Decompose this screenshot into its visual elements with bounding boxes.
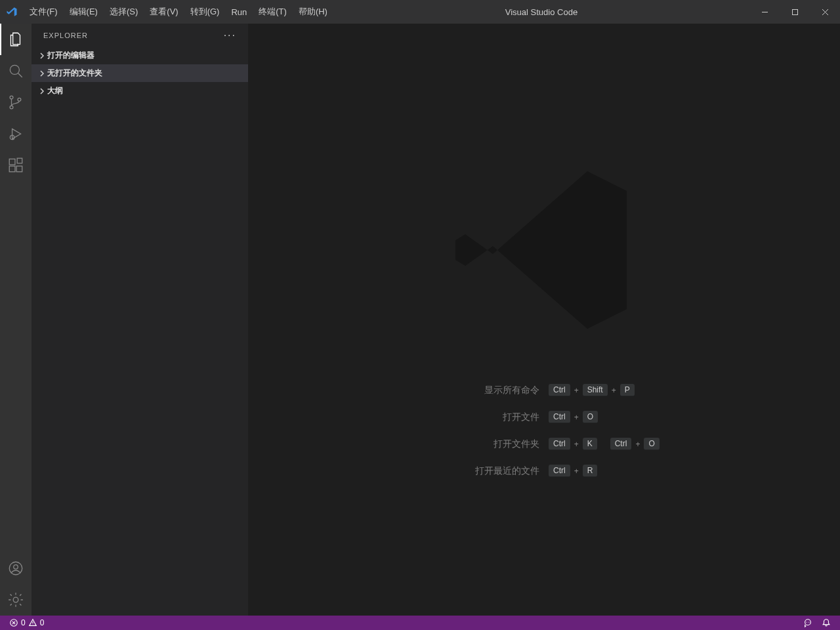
- maximize-button[interactable]: [780, 0, 810, 24]
- warning-count: 0: [40, 618, 45, 627]
- close-button[interactable]: [810, 0, 840, 24]
- shortcut-show-commands: 显示所有命令 Ctrl + Shift + P: [343, 384, 746, 396]
- svg-rect-13: [17, 158, 22, 163]
- sidebar-header: EXPLORER ···: [32, 24, 248, 47]
- feedback-icon: [803, 618, 812, 627]
- menu-select[interactable]: 选择(S): [104, 0, 144, 24]
- activity-settings[interactable]: [0, 584, 32, 616]
- files-icon: [7, 31, 24, 48]
- shortcut-open-recent: 打开最近的文件 Ctrl + R: [343, 465, 746, 477]
- menu-goto[interactable]: 转到(G): [184, 0, 226, 24]
- activity-account[interactable]: [0, 553, 32, 584]
- shortcut-open-file: 打开文件 Ctrl + O: [343, 411, 746, 423]
- section-no-folder[interactable]: 无打开的文件夹: [32, 64, 248, 82]
- section-outline[interactable]: 大纲: [32, 82, 248, 100]
- menu-help[interactable]: 帮助(H): [293, 0, 333, 24]
- play-bug-icon: [7, 125, 24, 142]
- chevron-right-icon: [37, 70, 47, 77]
- plus: +: [612, 386, 616, 395]
- key: K: [583, 438, 597, 450]
- activity-source-control[interactable]: [0, 87, 32, 118]
- status-feedback[interactable]: [801, 616, 815, 630]
- error-count: 0: [21, 618, 26, 627]
- chevron-right-icon: [37, 52, 47, 59]
- svg-rect-12: [16, 166, 22, 172]
- shortcut-label: 显示所有命令: [343, 385, 539, 396]
- svg-point-7: [10, 106, 13, 109]
- menu-file[interactable]: 文件(F): [24, 0, 64, 24]
- plus: +: [574, 386, 579, 395]
- menubar: 文件(F) 编辑(E) 选择(S) 查看(V) 转到(G) Run 终端(T) …: [24, 0, 333, 24]
- svg-point-8: [18, 98, 21, 101]
- extensions-icon: [7, 157, 24, 174]
- menu-edit[interactable]: 编辑(E): [64, 0, 104, 24]
- plus: +: [574, 440, 579, 449]
- branch-icon: [7, 94, 24, 111]
- activity-explorer[interactable]: [0, 24, 32, 55]
- svg-point-16: [13, 597, 18, 602]
- vscode-watermark-icon: [446, 152, 642, 351]
- key: Shift: [583, 384, 608, 396]
- key: Ctrl: [610, 438, 632, 450]
- shortcut-label: 打开文件夹: [343, 438, 539, 450]
- sidebar-more-actions[interactable]: ···: [224, 30, 236, 41]
- menu-run[interactable]: Run: [225, 0, 253, 24]
- key: R: [583, 465, 598, 477]
- sidebar-title: EXPLORER: [43, 32, 88, 39]
- svg-rect-1: [792, 9, 797, 14]
- titlebar: 文件(F) 编辑(E) 选择(S) 查看(V) 转到(G) Run 终端(T) …: [0, 0, 840, 24]
- warning-icon: [28, 618, 37, 627]
- chevron-right-icon: [37, 88, 47, 94]
- activity-run-debug[interactable]: [0, 118, 32, 150]
- svg-point-22: [805, 620, 811, 625]
- key: Ctrl: [549, 384, 570, 396]
- svg-point-4: [10, 65, 19, 74]
- activity-search[interactable]: [0, 55, 32, 87]
- minimize-button[interactable]: [749, 0, 780, 24]
- key: Ctrl: [549, 438, 570, 450]
- key: O: [644, 438, 659, 450]
- activitybar: [0, 24, 32, 616]
- statusbar: 0 0: [0, 616, 840, 630]
- activity-extensions[interactable]: [0, 150, 32, 181]
- svg-point-23: [807, 622, 807, 623]
- section-label: 无打开的文件夹: [47, 68, 102, 79]
- bell-icon: [822, 618, 831, 627]
- svg-rect-10: [9, 159, 15, 165]
- window-controls: [749, 0, 840, 24]
- shortcut-label: 打开文件: [343, 411, 539, 423]
- svg-point-6: [10, 96, 13, 99]
- menu-terminal[interactable]: 终端(T): [253, 0, 293, 24]
- key: O: [583, 411, 598, 423]
- status-problems[interactable]: 0 0: [7, 616, 47, 630]
- sidebar-explorer: EXPLORER ··· 打开的编辑器 无打开的文件夹 大纲: [32, 24, 248, 616]
- account-icon: [7, 560, 24, 577]
- gear-icon: [7, 591, 24, 608]
- section-open-editors[interactable]: 打开的编辑器: [32, 47, 248, 64]
- section-label: 大纲: [47, 85, 63, 96]
- plus: +: [574, 467, 579, 476]
- plus: +: [635, 440, 640, 449]
- svg-line-5: [18, 74, 22, 77]
- window-title: Visual Studio Code: [333, 7, 749, 17]
- shortcut-label: 打开最近的文件: [343, 465, 539, 477]
- key: P: [620, 384, 635, 396]
- key: Ctrl: [549, 411, 570, 423]
- svg-point-24: [808, 622, 809, 623]
- editor-empty: 显示所有命令 Ctrl + Shift + P 打开文件 Ctrl + O 打开: [248, 24, 840, 616]
- status-notifications[interactable]: [819, 616, 833, 630]
- plus: +: [574, 413, 579, 422]
- vscode-app-icon: [0, 6, 24, 18]
- error-icon: [9, 618, 18, 627]
- svg-point-15: [14, 565, 18, 570]
- key: Ctrl: [549, 465, 570, 477]
- svg-rect-11: [9, 166, 15, 172]
- section-label: 打开的编辑器: [47, 50, 94, 61]
- shortcut-open-folder: 打开文件夹 Ctrl + K Ctrl + O: [343, 438, 746, 450]
- search-icon: [7, 62, 24, 79]
- menu-view[interactable]: 查看(V): [144, 0, 184, 24]
- welcome-shortcuts: 显示所有命令 Ctrl + Shift + P 打开文件 Ctrl + O 打开: [343, 384, 746, 492]
